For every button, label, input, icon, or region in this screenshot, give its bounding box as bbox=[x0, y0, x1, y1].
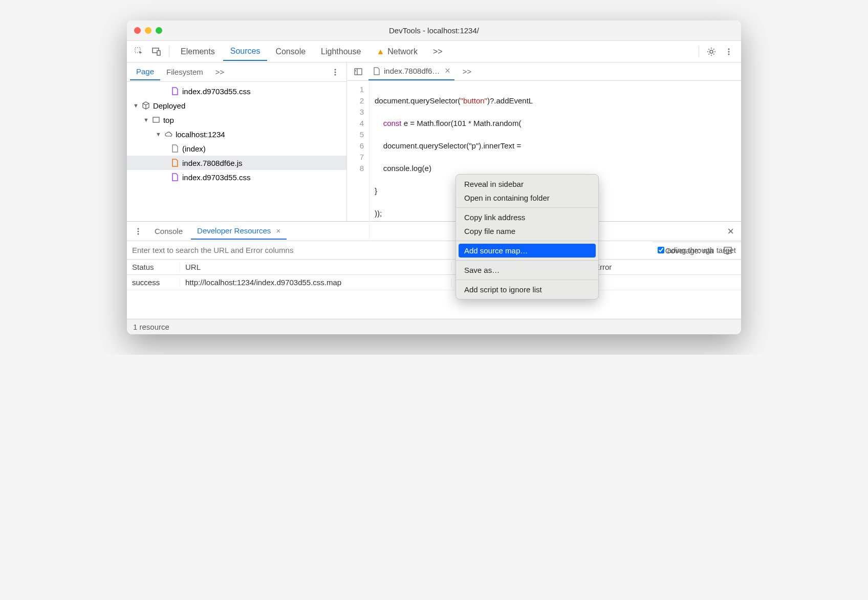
context-menu: Reveal in sidebar Open in containing fol… bbox=[455, 174, 599, 299]
frame-icon bbox=[152, 116, 160, 124]
sidebar-tabs: Page Filesystem >> bbox=[127, 62, 346, 82]
table-row bbox=[127, 290, 741, 319]
svg-point-16 bbox=[138, 230, 139, 232]
th-error[interactable]: Error bbox=[590, 263, 741, 271]
sidebar-tab-page[interactable]: Page bbox=[130, 63, 160, 80]
cloud-icon bbox=[164, 130, 172, 138]
device-icon[interactable] bbox=[148, 44, 165, 60]
svg-point-3 bbox=[710, 50, 713, 53]
ctx-copy-file-name[interactable]: Copy file name bbox=[456, 224, 598, 238]
separator bbox=[456, 241, 598, 241]
file-icon bbox=[171, 144, 179, 153]
file-tree: index.d9703d55.css ▼ Deployed ▼ top ▼ lo… bbox=[127, 82, 346, 221]
file-icon bbox=[171, 87, 179, 95]
drawer-statusbar: 1 resource bbox=[127, 319, 741, 334]
filter-row: ading through target bbox=[127, 241, 741, 260]
table-row[interactable]: success http://localhost:1234/index.d970… bbox=[127, 275, 741, 290]
tree-label: index.d9703d55.css bbox=[182, 87, 250, 96]
tree-item-deployed[interactable]: ▼ Deployed bbox=[127, 98, 346, 113]
separator bbox=[456, 280, 598, 280]
sidebar-tab-filesystem[interactable]: Filesystem bbox=[160, 64, 209, 80]
sidebar-more-icon[interactable] bbox=[327, 64, 343, 80]
editor-tabs-overflow[interactable]: >> bbox=[457, 63, 478, 79]
ctx-save-as[interactable]: Save as… bbox=[456, 263, 598, 277]
svg-point-15 bbox=[138, 228, 139, 229]
file-icon bbox=[171, 159, 179, 167]
toggle-navigator-icon[interactable] bbox=[350, 63, 366, 80]
ctx-reveal-in-sidebar[interactable]: Reveal in sidebar bbox=[456, 177, 598, 191]
chevron-down-icon: ▼ bbox=[133, 102, 139, 109]
drawer-tab-label: Developer Resources bbox=[197, 226, 271, 235]
svg-point-6 bbox=[728, 53, 730, 55]
checkbox-input[interactable] bbox=[658, 247, 664, 253]
tab-lighthouse[interactable]: Lighthouse bbox=[314, 43, 368, 60]
tree-item-top[interactable]: ▼ top bbox=[127, 113, 346, 127]
tab-console[interactable]: Console bbox=[268, 43, 313, 60]
td-url: http://localhost:1234/index.d9703d55.css… bbox=[180, 278, 451, 287]
svg-rect-11 bbox=[355, 69, 362, 75]
tree-label: (index) bbox=[182, 144, 206, 153]
svg-point-5 bbox=[728, 51, 730, 52]
line-gutter: 1 2 3 4 5 6 7 8 bbox=[347, 81, 370, 242]
svg-point-4 bbox=[728, 48, 730, 50]
table-header: Status URL http://lo… 356 Error bbox=[127, 260, 741, 275]
editor-tab[interactable]: index.7808df6… × bbox=[368, 62, 454, 80]
resource-count: 1 resource bbox=[133, 323, 169, 331]
tree-item-css2[interactable]: index.d9703d55.css bbox=[127, 170, 346, 184]
th-url[interactable]: URL bbox=[180, 263, 451, 271]
tabs-overflow[interactable]: >> bbox=[426, 43, 450, 60]
titlebar: DevTools - localhost:1234/ bbox=[127, 20, 741, 41]
tree-item-js[interactable]: index.7808df6e.js bbox=[127, 156, 346, 170]
tab-elements[interactable]: Elements bbox=[173, 43, 222, 60]
tab-sources[interactable]: Sources bbox=[223, 42, 268, 61]
more-icon[interactable] bbox=[721, 44, 737, 60]
cube-icon bbox=[142, 101, 150, 110]
devtools-window: DevTools - localhost:1234/ Elements Sour… bbox=[127, 20, 741, 334]
td-status: success bbox=[127, 278, 180, 287]
divider bbox=[169, 46, 169, 57]
inspect-icon[interactable] bbox=[131, 44, 147, 60]
separator bbox=[456, 207, 598, 208]
main-area: Page Filesystem >> index.d9703d55.css ▼ … bbox=[127, 62, 741, 221]
svg-point-7 bbox=[335, 69, 336, 70]
settings-icon[interactable] bbox=[703, 44, 720, 60]
chevron-down-icon: ▼ bbox=[156, 131, 161, 137]
divider bbox=[699, 46, 699, 57]
close-tab-icon[interactable]: × bbox=[276, 226, 280, 235]
ctx-open-containing-folder[interactable]: Open in containing folder bbox=[456, 191, 598, 205]
navigator-sidebar: Page Filesystem >> index.d9703d55.css ▼ … bbox=[127, 62, 347, 221]
checkbox-label: ading through target bbox=[667, 246, 736, 254]
tree-label: top bbox=[163, 116, 174, 124]
drawer-tab-console[interactable]: Console bbox=[148, 223, 189, 239]
drawer-tab-developer-resources[interactable]: Developer Resources × bbox=[191, 223, 287, 240]
tree-label: localhost:1234 bbox=[176, 130, 225, 139]
tab-network[interactable]: ▲ Network bbox=[369, 43, 425, 60]
tree-item-index[interactable]: (index) bbox=[127, 141, 346, 156]
window-title: DevTools - localhost:1234/ bbox=[127, 26, 741, 35]
tree-label: index.d9703d55.css bbox=[182, 173, 250, 182]
load-through-target-checkbox[interactable]: ading through target bbox=[653, 246, 741, 254]
tree-item-host[interactable]: ▼ localhost:1234 bbox=[127, 127, 346, 141]
close-drawer-icon[interactable]: × bbox=[727, 225, 734, 238]
ctx-copy-link-address[interactable]: Copy link address bbox=[456, 210, 598, 224]
close-tab-icon[interactable]: × bbox=[445, 66, 450, 76]
file-icon bbox=[171, 173, 179, 181]
tree-label: Deployed bbox=[153, 101, 185, 110]
chevron-down-icon: ▼ bbox=[143, 117, 149, 123]
th-status[interactable]: Status bbox=[127, 263, 180, 271]
warning-icon: ▲ bbox=[376, 47, 384, 56]
tab-network-label: Network bbox=[387, 47, 418, 56]
resources-table: Status URL http://lo… 356 Error success … bbox=[127, 260, 741, 319]
main-toolbar: Elements Sources Console Lighthouse ▲ Ne… bbox=[127, 41, 741, 62]
svg-rect-10 bbox=[153, 117, 159, 122]
svg-point-8 bbox=[335, 71, 336, 73]
sidebar-tabs-overflow[interactable]: >> bbox=[209, 64, 231, 80]
tree-item-css[interactable]: index.d9703d55.css bbox=[127, 84, 346, 98]
separator bbox=[456, 260, 598, 261]
drawer-more-icon[interactable] bbox=[130, 223, 146, 240]
ctx-add-script-ignore[interactable]: Add script to ignore list bbox=[456, 283, 598, 296]
editor-tab-label: index.7808df6… bbox=[384, 67, 440, 75]
svg-point-9 bbox=[335, 74, 336, 75]
editor-tabs: index.7808df6… × >> bbox=[347, 62, 741, 81]
ctx-add-source-map[interactable]: Add source map… bbox=[459, 244, 596, 258]
